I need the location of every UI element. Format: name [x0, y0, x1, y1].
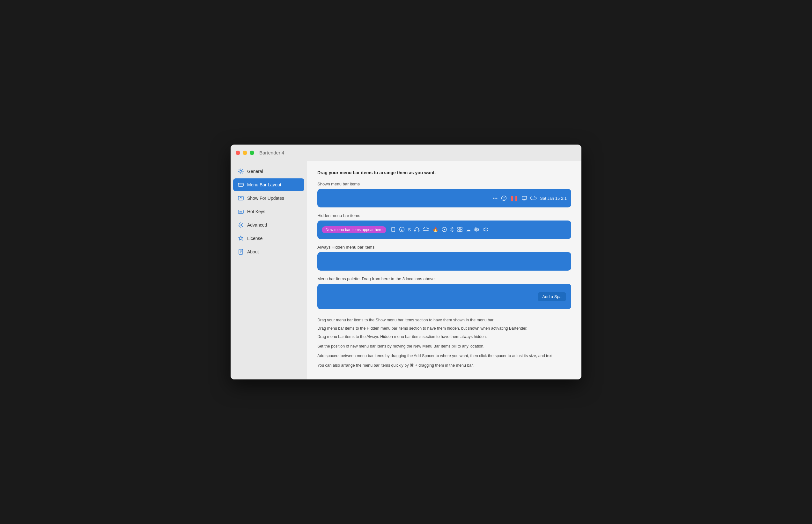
svg-point-5 — [240, 224, 242, 226]
always-hidden-section-label: Always Hidden menu bar items — [317, 245, 571, 249]
icloud-icon: ☁ — [466, 227, 471, 233]
sidebar-item-menu-bar-layout[interactable]: Menu Bar Layout — [233, 178, 304, 191]
svg-rect-18 — [392, 227, 395, 232]
instruction-6: You can also arrange the menu bar items … — [317, 362, 571, 369]
sidebar-item-advanced[interactable]: Advanced — [233, 218, 304, 231]
svg-text:1: 1 — [401, 228, 403, 231]
gear-icon — [238, 168, 244, 175]
svg-point-14 — [505, 198, 505, 198]
maximize-button[interactable] — [250, 151, 254, 155]
sidebar-label-advanced: Advanced — [247, 223, 267, 228]
license-icon — [238, 235, 244, 242]
hidden-icons: 1 S — [391, 227, 489, 233]
new-items-pill: New menu bar items appear here — [322, 226, 386, 233]
shown-items: ••• ❚❚ — [322, 195, 567, 201]
svg-point-32 — [475, 228, 476, 229]
pause-icon: ❚❚ — [510, 195, 518, 201]
vpn-icon: S — [408, 227, 411, 232]
svg-point-13 — [503, 198, 504, 198]
sidebar-label-license: License — [247, 236, 263, 241]
hot-keys-icon — [238, 208, 244, 215]
app-version: 4 — [280, 150, 285, 155]
traffic-lights — [236, 151, 254, 155]
sidebar: General Menu Bar Layout — [231, 161, 307, 379]
dots-icon: ••• — [493, 196, 498, 201]
instruction-5: Add spacers between menu bar items by dr… — [317, 353, 571, 359]
svg-marker-7 — [239, 236, 243, 240]
flame-icon: 🔥 — [433, 227, 439, 233]
onepassword-icon: 1 — [399, 227, 405, 233]
svg-point-0 — [240, 170, 242, 172]
about-icon — [238, 249, 244, 255]
clipboard-icon — [391, 227, 396, 233]
svg-point-33 — [477, 229, 478, 230]
sidebar-label-hot-keys: Hot Keys — [247, 209, 265, 214]
svg-rect-22 — [419, 230, 419, 231]
instruction-2: Drag menu bar items to the Hidden menu b… — [317, 325, 571, 331]
svg-rect-27 — [458, 230, 460, 232]
instructions: Drag your menu bar items to the Show men… — [317, 317, 571, 369]
close-button[interactable] — [236, 151, 240, 155]
sidebar-label-menu-bar-layout: Menu Bar Layout — [247, 182, 281, 187]
sidebar-label-show-for-updates: Show For Updates — [247, 196, 284, 201]
sliders-icon — [474, 227, 480, 233]
cloud-icon-hidden — [423, 227, 429, 233]
svg-rect-1 — [238, 183, 243, 186]
show-updates-icon — [238, 195, 244, 201]
palette-section-label: Menu bar items palette. Drag from here t… — [317, 276, 571, 281]
app-name: Bartender — [259, 150, 280, 155]
app-window: Bartender 4 General — [231, 145, 581, 379]
shown-section-label: Shown menu bar items — [317, 182, 571, 186]
grid-icon — [457, 227, 463, 233]
volume-icon — [483, 227, 489, 233]
instruction-1: Drag your menu bar items to the Show men… — [317, 317, 571, 323]
cloud-icon-shown — [530, 196, 537, 200]
shown-zone[interactable]: ••• ❚❚ — [317, 189, 571, 208]
always-hidden-zone[interactable] — [317, 252, 571, 271]
play-icon — [442, 227, 447, 233]
smiley-icon — [501, 195, 507, 201]
svg-rect-3 — [238, 196, 243, 200]
sidebar-item-about[interactable]: About — [233, 245, 304, 258]
svg-point-12 — [502, 196, 506, 201]
display-icon — [522, 195, 527, 201]
minimize-button[interactable] — [243, 151, 247, 155]
svg-rect-21 — [415, 230, 416, 231]
hidden-section-label: Hidden menu bar items — [317, 213, 571, 218]
hidden-zone[interactable]: New menu bar items appear here 1 — [317, 220, 571, 239]
palette-zone[interactable]: Add a Spa — [317, 284, 571, 309]
time-display: Sat Jan 15 2:1 — [540, 196, 567, 201]
svg-rect-26 — [460, 227, 462, 229]
sidebar-item-show-for-updates[interactable]: Show For Updates — [233, 192, 304, 204]
svg-rect-28 — [460, 230, 462, 232]
headphones-icon — [414, 227, 420, 233]
sidebar-label-general: General — [247, 169, 263, 174]
sidebar-item-general[interactable]: General — [233, 165, 304, 178]
bluetooth-icon — [450, 227, 454, 233]
svg-marker-24 — [444, 229, 445, 230]
sidebar-item-license[interactable]: License — [233, 232, 304, 245]
page-header: Drag your menu bar items to arrange them… — [317, 170, 571, 175]
advanced-icon — [238, 222, 244, 228]
app-title: Bartender 4 — [259, 150, 284, 155]
instruction-3: Drag menu bar items to the Always Hidden… — [317, 333, 571, 340]
sidebar-item-hot-keys[interactable]: Hot Keys — [233, 205, 304, 218]
svg-point-34 — [475, 230, 477, 231]
titlebar: Bartender 4 — [231, 145, 581, 161]
svg-rect-15 — [522, 196, 527, 199]
main-content: Drag your menu bar items to arrange them… — [307, 161, 581, 379]
menu-bar-layout-icon — [238, 182, 244, 188]
svg-rect-25 — [458, 227, 460, 229]
add-spacer-button[interactable]: Add a Spa — [538, 292, 566, 301]
sidebar-label-about: About — [247, 249, 259, 254]
instruction-4: Set the position of new menu bar items b… — [317, 343, 571, 349]
content-area: General Menu Bar Layout — [231, 161, 581, 379]
